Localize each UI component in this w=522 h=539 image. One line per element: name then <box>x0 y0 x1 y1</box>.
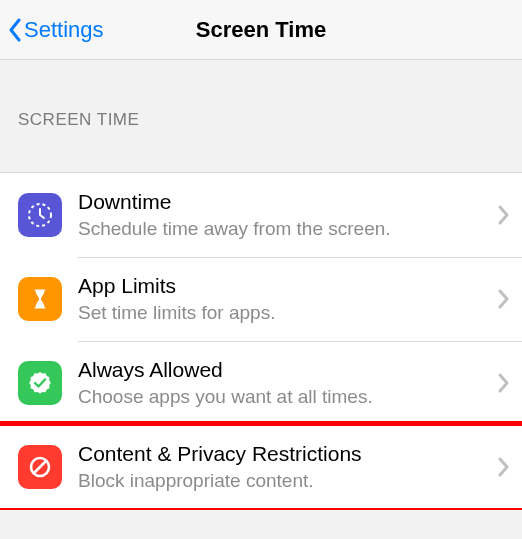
row-title: App Limits <box>78 273 490 299</box>
row-subtitle: Set time limits for apps. <box>78 301 490 325</box>
row-always-allowed[interactable]: Always Allowed Choose apps you want at a… <box>0 341 522 425</box>
hourglass-icon <box>18 277 62 321</box>
svg-line-2 <box>34 461 46 473</box>
settings-list: Downtime Schedule time away from the scr… <box>0 172 522 510</box>
row-subtitle: Block inappropriate content. <box>78 469 490 493</box>
no-entry-icon <box>18 445 62 489</box>
navbar: Settings Screen Time <box>0 0 522 60</box>
chevron-right-icon <box>498 373 510 393</box>
clock-icon <box>18 193 62 237</box>
check-seal-icon <box>18 361 62 405</box>
row-text: Content & Privacy Restrictions Block ina… <box>78 441 490 493</box>
row-downtime[interactable]: Downtime Schedule time away from the scr… <box>0 173 522 257</box>
chevron-right-icon <box>498 205 510 225</box>
row-subtitle: Schedule time away from the screen. <box>78 217 490 241</box>
section-header: SCREEN TIME <box>0 60 522 140</box>
row-subtitle: Choose apps you want at all times. <box>78 385 490 409</box>
chevron-left-icon <box>6 16 24 44</box>
chevron-right-icon <box>498 457 510 477</box>
back-label: Settings <box>24 17 104 43</box>
chevron-right-icon <box>498 289 510 309</box>
row-title: Downtime <box>78 189 490 215</box>
row-content-privacy[interactable]: Content & Privacy Restrictions Block ina… <box>0 425 522 509</box>
row-title: Always Allowed <box>78 357 490 383</box>
row-title: Content & Privacy Restrictions <box>78 441 490 467</box>
row-text: Always Allowed Choose apps you want at a… <box>78 357 490 409</box>
row-app-limits[interactable]: App Limits Set time limits for apps. <box>0 257 522 341</box>
row-text: App Limits Set time limits for apps. <box>78 273 490 325</box>
back-button[interactable]: Settings <box>0 16 104 44</box>
row-text: Downtime Schedule time away from the scr… <box>78 189 490 241</box>
